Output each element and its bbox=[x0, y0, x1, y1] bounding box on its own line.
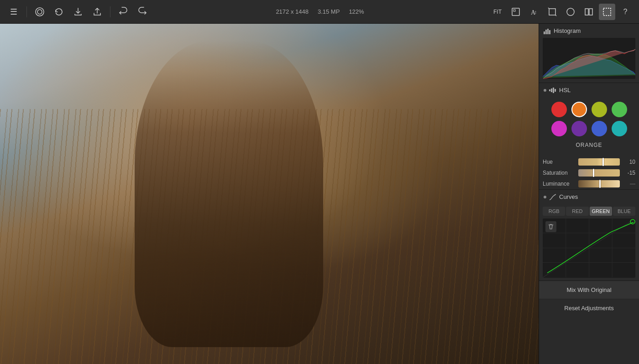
svg-rect-14 bbox=[545, 30, 547, 34]
curves-header: Curves bbox=[539, 190, 639, 204]
svg-line-8 bbox=[555, 15, 556, 16]
fit-button[interactable]: FIT bbox=[489, 4, 506, 20]
histogram-header: Histogram bbox=[539, 24, 639, 38]
photo-placeholder bbox=[0, 24, 539, 364]
histogram-icon bbox=[544, 28, 551, 34]
histogram-title: Histogram bbox=[554, 27, 581, 34]
luminance-slider[interactable] bbox=[578, 180, 620, 187]
luminance-label: Luminance bbox=[543, 181, 576, 187]
text-button[interactable]: A ↕ bbox=[526, 4, 542, 20]
luminance-value: — bbox=[623, 181, 635, 187]
saturation-label: Saturation bbox=[543, 170, 576, 176]
curves-reset-button[interactable] bbox=[545, 221, 556, 232]
svg-rect-16 bbox=[549, 30, 550, 34]
svg-point-1 bbox=[37, 10, 42, 14]
hsl-header: HSL bbox=[539, 83, 639, 97]
svg-rect-19 bbox=[551, 88, 552, 92]
svg-rect-11 bbox=[589, 9, 592, 15]
color-magenta[interactable] bbox=[551, 121, 567, 136]
download-button[interactable] bbox=[70, 4, 86, 20]
hsl-color-row-1 bbox=[543, 102, 635, 117]
saturation-slider[interactable] bbox=[578, 169, 620, 177]
hsl-color-row-2 bbox=[543, 121, 635, 136]
luminance-slider-row: Luminance — bbox=[539, 178, 639, 189]
photo-overlay bbox=[0, 24, 539, 364]
curves-chart bbox=[543, 218, 635, 277]
hsl-color-picker: ORANGE bbox=[539, 97, 639, 156]
tab-red[interactable]: RED bbox=[566, 207, 588, 216]
hue-label: Hue bbox=[543, 159, 576, 165]
stamp-button[interactable] bbox=[31, 4, 48, 20]
circle-button[interactable] bbox=[562, 4, 579, 20]
histogram-display bbox=[543, 38, 635, 79]
svg-point-0 bbox=[36, 8, 44, 16]
curves-tabs: RGB RED GREEN BLUE bbox=[539, 204, 639, 216]
curves-display[interactable] bbox=[543, 218, 635, 278]
histogram-section: Histogram bbox=[539, 24, 639, 83]
tab-rgb[interactable]: RGB bbox=[543, 207, 565, 216]
hue-slider[interactable] bbox=[578, 158, 620, 166]
svg-rect-3 bbox=[513, 10, 515, 11]
svg-text:↕: ↕ bbox=[534, 10, 537, 15]
color-yellow-green[interactable] bbox=[592, 102, 607, 117]
curves-collapse-dot[interactable] bbox=[544, 196, 546, 198]
share-button[interactable] bbox=[89, 4, 105, 20]
toolbar: ☰ 2172 bbox=[0, 0, 639, 24]
svg-rect-20 bbox=[553, 88, 554, 93]
main-content: Histogram bbox=[0, 24, 639, 364]
image-megapixels: 3.15 MP bbox=[318, 8, 340, 15]
histogram-chart bbox=[543, 38, 635, 79]
mix-with-original-button[interactable]: Mix With Original bbox=[539, 281, 639, 299]
right-panel: Histogram bbox=[539, 24, 639, 364]
redo-button[interactable] bbox=[134, 4, 151, 20]
selected-color-label: ORANGE bbox=[543, 140, 635, 152]
hsl-section: HSL ORANGE Hue bbox=[539, 83, 639, 190]
svg-rect-15 bbox=[547, 29, 549, 34]
curves-icon bbox=[549, 194, 556, 200]
saturation-slider-row: Saturation -15 bbox=[539, 167, 639, 178]
canvas-area[interactable] bbox=[0, 24, 539, 364]
history-button[interactable] bbox=[51, 4, 67, 20]
split-button[interactable] bbox=[581, 4, 597, 20]
hsl-collapse-dot[interactable] bbox=[544, 89, 546, 92]
curves-title: Curves bbox=[559, 193, 578, 200]
svg-rect-12 bbox=[603, 8, 611, 16]
saturation-value: -15 bbox=[623, 170, 635, 176]
color-purple[interactable] bbox=[571, 121, 587, 136]
curves-section: Curves RGB RED GREEN BLUE bbox=[539, 190, 639, 281]
color-teal[interactable] bbox=[612, 121, 627, 136]
svg-rect-10 bbox=[585, 9, 588, 15]
svg-line-7 bbox=[548, 8, 549, 9]
svg-point-9 bbox=[567, 8, 574, 16]
svg-rect-2 bbox=[512, 8, 519, 16]
color-red[interactable] bbox=[551, 102, 567, 117]
hue-slider-row: Hue 10 bbox=[539, 156, 639, 167]
toolbar-divider-2 bbox=[110, 6, 110, 17]
color-green[interactable] bbox=[612, 102, 627, 117]
hsl-title: HSL bbox=[559, 87, 571, 94]
select-button[interactable] bbox=[599, 4, 615, 20]
svg-rect-18 bbox=[549, 89, 550, 91]
bottom-section: Mix With Original Reset Adjustments bbox=[539, 281, 639, 317]
tab-green[interactable]: GREEN bbox=[590, 207, 612, 216]
image-info: 2172 x 1448 3.15 MP 122% bbox=[153, 8, 487, 15]
hsl-icon bbox=[549, 87, 556, 94]
help-button[interactable]: ? bbox=[617, 4, 634, 20]
color-blue[interactable] bbox=[592, 121, 607, 136]
tab-blue[interactable]: BLUE bbox=[613, 207, 635, 216]
image-zoom: 122% bbox=[349, 8, 364, 15]
image-dimensions: 2172 x 1448 bbox=[276, 8, 309, 15]
fullscreen-button[interactable] bbox=[508, 4, 524, 20]
svg-rect-21 bbox=[555, 89, 556, 92]
tool-icons: FIT A ↕ bbox=[489, 4, 634, 20]
crop-button[interactable] bbox=[544, 4, 560, 20]
toolbar-divider-1 bbox=[26, 6, 27, 17]
svg-rect-13 bbox=[544, 31, 545, 34]
color-orange[interactable] bbox=[571, 102, 587, 117]
undo-button[interactable] bbox=[115, 4, 131, 20]
reset-adjustments-button[interactable]: Reset Adjustments bbox=[539, 299, 639, 317]
menu-button[interactable]: ☰ bbox=[5, 4, 22, 20]
svg-rect-6 bbox=[549, 9, 555, 15]
hue-value: 10 bbox=[623, 159, 635, 165]
